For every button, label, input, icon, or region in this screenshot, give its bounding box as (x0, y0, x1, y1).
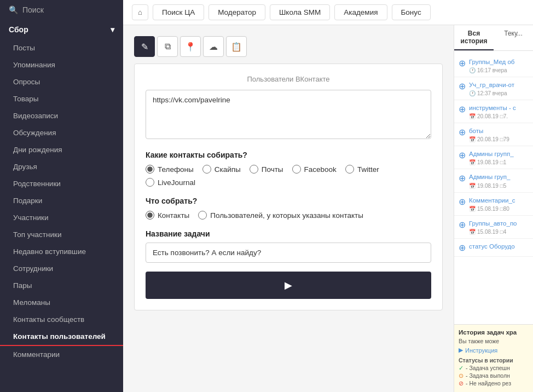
contact-input-livejournal[interactable] (146, 178, 154, 187)
history-text-block: Админы групп_📅 19.08.19 □1 (469, 149, 514, 165)
history-item-meta: 📅 20.08.19 □79 (469, 136, 509, 142)
sidebar-item-друзья[interactable]: Друзья (0, 158, 123, 175)
right-tab-вся-ис[interactable]: Вся история (454, 25, 494, 50)
contact-input-скайпы[interactable] (202, 165, 211, 174)
history-item-meta: 📅 19.08.19 □1 (469, 159, 514, 165)
task-name-input[interactable] (146, 243, 431, 263)
sidebar-item-дни-рождения[interactable]: Дни рождения (0, 141, 123, 158)
tool-copy-icon[interactable]: ⧉ (157, 36, 178, 57)
contact-label-скайпы: Скайпы (215, 165, 241, 174)
plus-icon: ⊕ (459, 173, 466, 183)
contact-input-twitter[interactable] (345, 165, 354, 174)
tool-upload-icon[interactable]: ☁ (203, 36, 224, 57)
history-item-meta: 🕐 16:17 вчера (469, 67, 514, 73)
history-item[interactable]: ⊕Уч_гр_врачи-от🕐 12:37 вчера (454, 77, 533, 100)
info-also-text: Вы также може (459, 338, 529, 344)
sidebar-item-посты[interactable]: Посты (0, 39, 123, 56)
nav-btn-бонус[interactable]: Бонус (392, 4, 431, 20)
history-item-meta: 📅 20.08.19 □7. (469, 113, 516, 119)
history-text-block: Группы_Мед об🕐 16:17 вчера (469, 57, 514, 73)
url-textarea[interactable]: https://vk.com/pavelrine (146, 90, 431, 139)
sidebar-item-сотрудники[interactable]: Сотрудники (0, 260, 123, 277)
history-item[interactable]: ⊕Админы груп_📅 19.08.19 □5 (454, 169, 533, 192)
history-item[interactable]: ⊕статус Оборудо (454, 239, 533, 257)
collect-label: Контакты (158, 211, 189, 220)
clock-icon: 🕐 (469, 90, 476, 96)
info-storage-title: История задач хра (459, 329, 529, 336)
nav-btn-поиск-ца[interactable]: Поиск ЦА (153, 4, 204, 20)
clock-icon: 🕐 (469, 67, 476, 73)
history-item[interactable]: ⊕Группы_Мед об🕐 16:17 вчера (454, 54, 533, 77)
instruction-text: Инструкция (465, 347, 497, 354)
calendar-icon: 📅 (469, 229, 476, 235)
sidebar-item-опросы[interactable]: Опросы (0, 73, 123, 90)
contact-input-телефоны[interactable] (146, 165, 154, 174)
collect-input[interactable] (146, 211, 154, 220)
status-icon-ok: ✓ (459, 365, 464, 371)
submit-icon: ▶ (285, 279, 292, 291)
tool-bar: ✎ ⧉ 📍 ☁ 📋 (134, 36, 443, 57)
history-item[interactable]: ⊕Админы групп_📅 19.08.19 □1 (454, 146, 533, 169)
history-list: ⊕Группы_Мед об🕐 16:17 вчера⊕Уч_гр_врачи-… (454, 51, 533, 324)
contact-radio-facebook[interactable]: Facebook (292, 165, 337, 174)
video-icon: ▶ (459, 347, 463, 354)
contact-radio-телефоны[interactable]: Телефоны (146, 165, 194, 174)
sidebar-item-меломаны[interactable]: Меломаны (0, 294, 123, 311)
sidebar-item-пары[interactable]: Пары (0, 277, 123, 294)
history-item[interactable]: ⊕инструменты - с📅 20.08.19 □7. (454, 100, 533, 123)
chevron-down-icon: ▾ (111, 25, 114, 34)
contact-label-facebook: Facebook (304, 165, 337, 174)
tool-list-icon[interactable]: 📋 (226, 36, 247, 57)
sidebar-item-топ-участники[interactable]: Топ участники (0, 226, 123, 243)
sidebar-item-участники[interactable]: Участники (0, 209, 123, 226)
contact-input-почты[interactable] (250, 165, 258, 174)
sidebar-item-подарки[interactable]: Подарки (0, 192, 123, 209)
nav-btn-модератор[interactable]: Модератор (208, 4, 265, 20)
history-text-block: Уч_гр_врачи-от🕐 12:37 вчера (469, 80, 514, 96)
collect-input[interactable] (198, 211, 207, 220)
history-item[interactable]: ⊕Комментарии_с📅 15.08.19 □80 (454, 193, 533, 216)
contact-input-facebook[interactable] (292, 165, 301, 174)
sidebar-item-родственники[interactable]: Родственники (0, 175, 123, 192)
history-item[interactable]: ⊕Группы_авто_по📅 15.08.19 □4 (454, 216, 533, 239)
instruction-link[interactable]: ▶ Инструкция (459, 347, 529, 354)
nav-buttons: Поиск ЦАМодераторШкола SMМАкадемияБонус (153, 4, 431, 20)
nav-btn-академия[interactable]: Академия (334, 4, 387, 20)
sidebar-item-контакты-пользователей[interactable]: Контакты пользователей (0, 328, 123, 346)
tool-location-icon[interactable]: 📍 (180, 36, 201, 57)
collect-radio-контакты[interactable]: Контакты (146, 211, 189, 220)
sidebar-section-label: Сбор (9, 25, 28, 34)
contact-radio-скайпы[interactable]: Скайпы (202, 165, 241, 174)
history-item-name: Группы_Мед об (469, 57, 514, 66)
contact-radio-livejournal[interactable]: LiveJournal (146, 178, 195, 187)
sidebar-item-обсуждения[interactable]: Обсуждения (0, 124, 123, 141)
sidebar-item-упоминания[interactable]: Упоминания (0, 56, 123, 73)
status-item-warn: ⊙- Задача выполн (459, 372, 529, 379)
submit-button[interactable]: ▶ (146, 272, 431, 299)
task-name-label: Название задачи (146, 229, 431, 238)
sidebar-item-контакты-сообществ[interactable]: Контакты сообществ (0, 311, 123, 328)
collect-radio-group: КонтактыПользователей, у которых указаны… (146, 211, 431, 220)
sidebar-items: ПостыУпоминанияОпросыТоварыВидеозаписиОб… (0, 39, 123, 363)
history-text-block: Комментарии_с📅 15.08.19 □80 (469, 196, 515, 212)
collect-radio-пользовате[interactable]: Пользователей, у которых указаны контакт… (198, 211, 363, 220)
home-button[interactable]: ⌂ (132, 4, 148, 20)
right-sidebar: Вся историяТеку... ⊕Группы_Мед об🕐 16:17… (454, 25, 533, 392)
sidebar-item-комментарии[interactable]: Комментарии (0, 346, 123, 363)
sidebar-search[interactable]: 🔍 Поиск (0, 0, 123, 20)
sidebar-section-collect[interactable]: Сбор ▾ (0, 20, 123, 39)
sidebar-item-товары[interactable]: Товары (0, 90, 123, 107)
sidebar: 🔍 Поиск Сбор ▾ ПостыУпоминанияОпросыТова… (0, 0, 123, 392)
nav-btn-школа-smм[interactable]: Школа SMМ (270, 4, 330, 20)
calendar-icon: 📅 (469, 206, 476, 212)
content-area: ✎ ⧉ 📍 ☁ 📋 Пользователи ВКонтакте https:/… (123, 25, 533, 392)
sidebar-item-видеозаписи[interactable]: Видеозаписи (0, 107, 123, 124)
collect-label: Пользователей, у которых указаны контакт… (210, 211, 363, 220)
sidebar-item-недавно-вступившие[interactable]: Недавно вступившие (0, 243, 123, 260)
right-tab-теку..[interactable]: Теку... (494, 25, 533, 50)
history-item[interactable]: ⊕боты📅 20.08.19 □79 (454, 123, 533, 146)
status-label-ok: - Задача успешн (466, 365, 510, 371)
contact-radio-почты[interactable]: Почты (250, 165, 283, 174)
contact-radio-twitter[interactable]: Twitter (345, 165, 379, 174)
tool-edit-icon[interactable]: ✎ (134, 36, 155, 57)
